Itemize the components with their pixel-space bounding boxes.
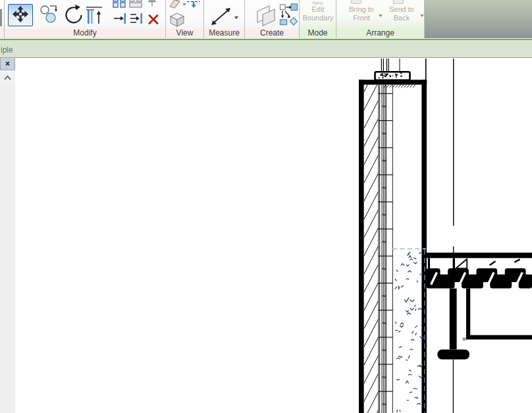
panel-create: Create [245, 0, 300, 38]
align-icon[interactable] [85, 3, 105, 26]
bring-to-front-button[interactable]: Bring to Front [340, 5, 383, 22]
slab-edge [463, 289, 532, 341]
panel-view: View [166, 0, 204, 38]
send-back-icon [393, 0, 404, 4]
ribbon: Modify View Measure [0, 0, 532, 38]
insulation-selected [392, 249, 426, 413]
pin-icon[interactable] [146, 0, 158, 8]
reference-lines [381, 59, 453, 253]
panel-mode-label: Mode [300, 29, 336, 38]
drawing-canvas [0, 59, 532, 413]
default-3d-icon[interactable] [169, 11, 186, 28]
array-icon[interactable] [113, 0, 127, 8]
deck-ticks [490, 259, 520, 265]
delete-icon[interactable] [147, 12, 160, 26]
move-icon [9, 5, 32, 26]
steel-beam [437, 289, 469, 413]
options-bar: iple [0, 40, 532, 58]
panel-modify: Modify [5, 0, 166, 38]
weld-symbol [456, 259, 467, 268]
wall-hatch [364, 64, 379, 413]
stud-layer [379, 85, 393, 413]
panel-cropped-left [0, 0, 5, 38]
panel-measure-label: Measure [204, 29, 244, 38]
panel-arrange-label: Arrange [336, 29, 424, 38]
move-button[interactable] [8, 4, 33, 26]
panel-mode: New Edit Boundary Mode [300, 0, 336, 38]
measure-caret-icon[interactable] [234, 16, 238, 19]
panel-modify-label: Modify [5, 29, 165, 38]
visibility-icon[interactable] [169, 0, 181, 9]
create-similar-icon[interactable] [279, 1, 299, 29]
panel-measure: Measure [204, 0, 245, 38]
panel-create-label: Create [245, 29, 299, 38]
edit-boundary-button[interactable]: Edit Boundary [300, 5, 336, 22]
rotate-icon[interactable] [61, 4, 85, 26]
options-bar-text: iple [1, 45, 13, 55]
thin-lines-icon[interactable] [186, 0, 201, 9]
duplicate-icon[interactable] [253, 3, 281, 29]
metal-deck [427, 253, 532, 288]
send-to-back-caret-icon[interactable] [420, 14, 424, 17]
group-icon[interactable] [129, 0, 144, 8]
copy-icon[interactable] [38, 3, 61, 26]
cropped-icon [0, 9, 2, 26]
bring-front-icon [351, 0, 361, 4]
send-to-back-button[interactable]: Send to Back [383, 5, 421, 22]
blocking [375, 72, 410, 80]
panel-arrange: Bring to Front Send to Back Arrange [336, 0, 425, 38]
panel-view-label: View [166, 29, 203, 38]
align-end-icon[interactable] [113, 12, 127, 25]
panel-cropped-label [0, 29, 4, 38]
measure-icon[interactable] [209, 5, 233, 28]
align-multi-icon[interactable] [129, 12, 144, 25]
